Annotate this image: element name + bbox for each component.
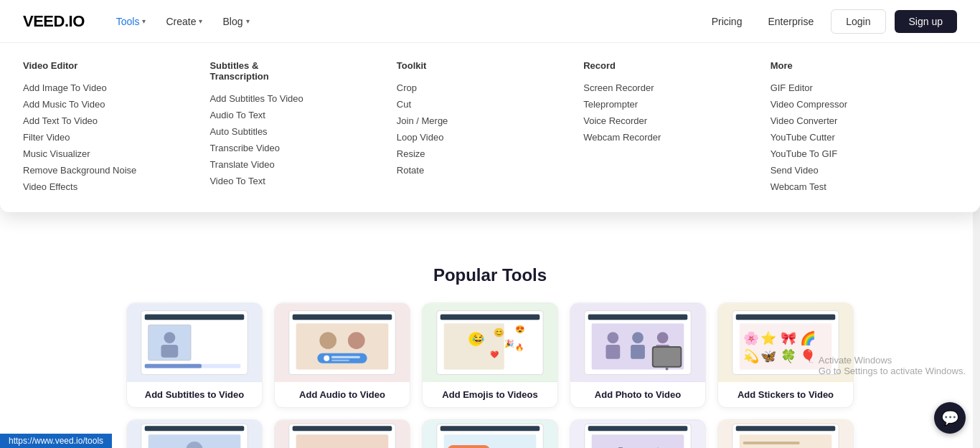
svg-text:💫: 💫 (743, 348, 760, 364)
main-content: Popular Tools Add Subtitles (0, 265, 980, 448)
dropdown-item-teleprompter[interactable]: Teleprompter (583, 96, 770, 113)
svg-point-5 (164, 332, 175, 343)
tool-thumbnail-5: 🌸 ⭐ 🎀 🌈 💫 🦋 🍀 🎈 (718, 303, 853, 382)
dropdown-item-remove-bg-noise[interactable]: Remove Background Noise (23, 162, 209, 178)
dropdown-item-video-to-text[interactable]: Video To Text (209, 173, 396, 189)
svg-rect-41 (654, 348, 681, 366)
dropdown-item-screen-recorder[interactable]: Screen Recorder (583, 80, 770, 96)
dropdown-item-audio-to-text[interactable]: Audio To Text (209, 107, 396, 123)
dropdown-item-webcam-test[interactable]: Webcam Test (771, 178, 957, 195)
svg-rect-82 (743, 442, 800, 444)
dropdown-item-video-effects[interactable]: Video Effects (23, 178, 209, 195)
tool-label-3: Add Emojis to Videos (423, 382, 557, 407)
svg-text:🔥: 🔥 (515, 343, 524, 352)
svg-rect-37 (631, 345, 645, 359)
tool-label-4: Add Photo to Video (570, 382, 705, 407)
tool-thumbnail-row2-1 (127, 420, 262, 448)
dropdown-subtitles-title: Subtitles &Transcription (209, 60, 396, 82)
dropdown-item-send-video[interactable]: Send Video (771, 162, 957, 178)
login-button[interactable]: Login (831, 9, 885, 34)
logo[interactable]: VEED.IO (23, 12, 85, 31)
dropdown-item-webcam-recorder[interactable]: Webcam Recorder (583, 129, 770, 146)
dropdown-toolkit: Toolkit Crop Cut Join / Merge Loop Video… (397, 60, 583, 195)
chat-icon: 💬 (941, 409, 959, 426)
tool-card-add-stickers[interactable]: 🌸 ⭐ 🎀 🌈 💫 🦋 🍀 🎈 Add Stickers to Video (717, 302, 854, 408)
dropdown-item-add-subtitles[interactable]: Add Subtitles To Video (209, 90, 396, 107)
svg-point-34 (607, 332, 618, 343)
nav-pricing[interactable]: Pricing (703, 10, 751, 33)
svg-text:🍀: 🍀 (781, 348, 797, 364)
svg-text:😂: 😂 (472, 333, 485, 345)
dropdown-item-auto-subtitles[interactable]: Auto Subtitles (209, 123, 396, 140)
dropdown-record: Record Screen Recorder Teleprompter Voic… (583, 60, 770, 195)
tool-label-1: Add Subtitles to Video (127, 382, 262, 407)
svg-rect-63 (296, 434, 389, 448)
nav-enterprise[interactable]: Enterprise (759, 10, 822, 33)
dropdown-item-rotate[interactable]: Rotate (397, 162, 583, 178)
tool-thumbnail-2 (275, 303, 410, 382)
svg-rect-70 (448, 445, 490, 448)
dropdown-item-youtube-cutter[interactable]: YouTube Cutter (771, 129, 957, 146)
dropdown-item-loop-video[interactable]: Loop Video (397, 129, 583, 146)
dropdown-item-add-image-to-video[interactable]: Add Image To Video (23, 80, 209, 96)
dropdown-item-voice-recorder[interactable]: Voice Recorder (583, 113, 770, 129)
svg-rect-17 (331, 356, 360, 358)
dropdown-item-join-merge[interactable]: Join / Merge (397, 113, 583, 129)
dropdown-item-music-visualizer[interactable]: Music Visualizer (23, 146, 209, 162)
svg-text:😊: 😊 (494, 328, 504, 338)
svg-text:🦋: 🦋 (760, 348, 777, 364)
dropdown-toolkit-title: Toolkit (397, 60, 583, 71)
tool-thumbnail-row2-4: ↗ ↙ (570, 420, 705, 448)
tools-grid-row1: Add Subtitles to Video (29, 302, 951, 408)
tool-thumbnail-4 (570, 303, 705, 382)
tools-grid-row2: ✏ (29, 419, 951, 448)
tool-card-add-audio[interactable]: Add Audio to Video (274, 302, 410, 408)
svg-point-16 (324, 356, 329, 361)
tool-card-add-subtitles[interactable]: Add Subtitles to Video (126, 302, 263, 408)
nav-blog[interactable]: Blog ▾ (214, 10, 258, 33)
dropdown-item-cut[interactable]: Cut (397, 96, 583, 113)
svg-text:❤️: ❤️ (490, 350, 499, 359)
svg-rect-6 (161, 345, 178, 358)
svg-text:🎉: 🎉 (504, 338, 514, 348)
svg-rect-8 (145, 364, 202, 368)
dropdown-item-youtube-to-gif[interactable]: YouTube To GIF (771, 146, 957, 162)
tool-card-row2-2[interactable]: ✏ (274, 419, 410, 448)
svg-rect-74 (588, 426, 688, 431)
dropdown-subtitles: Subtitles &Transcription Add Subtitles T… (209, 60, 396, 195)
tool-card-row2-3[interactable] (422, 419, 558, 448)
dropdown-item-add-text-to-video[interactable]: Add Text To Video (23, 113, 209, 129)
dropdown-item-video-compressor[interactable]: Video Compressor (771, 96, 957, 113)
tool-card-row2-4[interactable]: ↗ ↙ (570, 419, 706, 448)
nav-links: Tools ▾ Create ▾ Blog ▾ (108, 10, 258, 33)
nav-tools[interactable]: Tools ▾ (108, 10, 155, 33)
svg-rect-75 (592, 434, 684, 448)
svg-rect-81 (740, 434, 832, 448)
nav-right: Pricing Enterprise Login Sign up (703, 9, 957, 34)
blog-chevron-icon: ▾ (246, 17, 250, 25)
tool-card-add-emojis[interactable]: 😂 😊 🎉 ❤️ 😍 🔥 Add Emojis to Videos (422, 302, 558, 408)
chat-button[interactable]: 💬 (934, 402, 966, 434)
nav-create[interactable]: Create ▾ (157, 10, 211, 33)
dropdown-item-add-music-to-video[interactable]: Add Music To Video (23, 96, 209, 113)
signup-button[interactable]: Sign up (895, 10, 957, 33)
tool-card-add-photo[interactable]: Add Photo to Video (570, 302, 706, 408)
tool-card-row2-5[interactable] (717, 419, 854, 448)
svg-text:↙: ↙ (649, 443, 661, 448)
dropdown-item-video-converter[interactable]: Video Converter (771, 113, 957, 129)
dropdown-item-filter-video[interactable]: Filter Video (23, 129, 209, 146)
dropdown-item-transcribe[interactable]: Transcribe Video (209, 140, 396, 156)
dropdown-item-gif-editor[interactable]: GIF Editor (771, 80, 957, 96)
svg-point-38 (657, 332, 669, 343)
dropdown-video-editor: Video Editor Add Image To Video Add Musi… (23, 60, 209, 195)
tool-card-row2-1[interactable] (126, 419, 263, 448)
dropdown-item-resize[interactable]: Resize (397, 146, 583, 162)
dropdown-item-translate[interactable]: Translate Video (209, 156, 396, 173)
dropdown-item-crop[interactable]: Crop (397, 80, 583, 96)
svg-text:🌈: 🌈 (800, 330, 816, 346)
svg-rect-57 (145, 426, 245, 431)
tools-chevron-icon: ▾ (142, 17, 146, 25)
svg-rect-62 (293, 426, 392, 431)
svg-rect-2 (145, 314, 245, 320)
tool-label-2: Add Audio to Video (275, 382, 410, 407)
